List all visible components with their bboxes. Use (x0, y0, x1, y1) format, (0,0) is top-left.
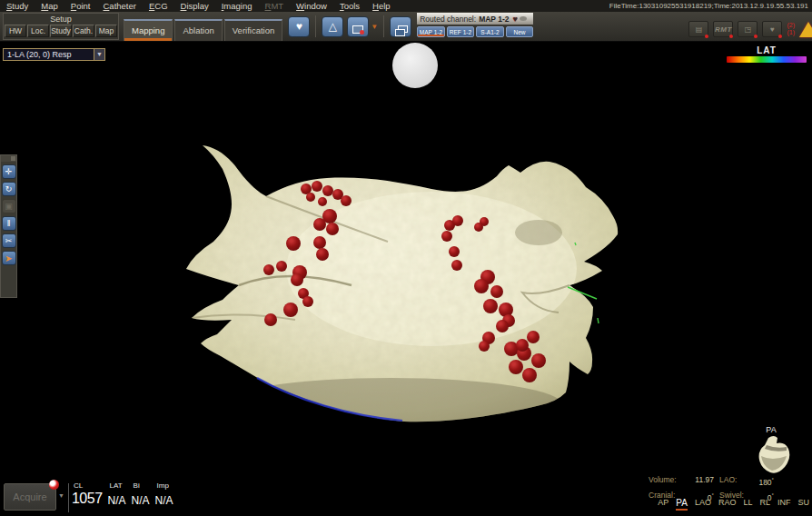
acquire-dropdown-arrow-icon[interactable]: ▼ (58, 492, 64, 516)
setup-button-loc[interactable]: Loc. (27, 25, 49, 37)
orientation-button-rl[interactable]: RL (759, 498, 770, 511)
ablation-point[interactable] (449, 246, 460, 257)
orientation-button-inf[interactable]: INF (777, 498, 791, 511)
ablation-point[interactable] (291, 273, 303, 286)
ablation-point[interactable] (313, 218, 326, 231)
ablation-point[interactable] (341, 195, 352, 206)
ablation-point[interactable] (522, 368, 537, 382)
ablation-point[interactable] (441, 231, 452, 242)
catheter-line (598, 318, 599, 323)
rmt-icon[interactable]: RMT (713, 21, 733, 37)
eraser-tool-icon[interactable]: ✂ (2, 233, 16, 248)
palette-header[interactable] (1, 155, 16, 162)
catheter-tool-icon[interactable]: ➤ (2, 251, 16, 265)
menu-item-display[interactable]: Display (174, 1, 215, 11)
pan-tool-icon[interactable]: ✛ (2, 164, 16, 179)
menu-item-window[interactable]: Window (290, 1, 333, 11)
menu-item-tools[interactable]: Tools (333, 1, 366, 11)
ablation-point[interactable] (312, 181, 322, 192)
menu-bar-items: StudyMapPointCatheterECGDisplayImagingRM… (0, 1, 397, 11)
setup-button-study[interactable]: Study (50, 25, 72, 37)
ablation-point[interactable] (316, 248, 329, 261)
orientation-button-rao[interactable]: RAO (718, 498, 737, 511)
ablation-point[interactable] (474, 223, 483, 232)
ablation-point[interactable] (286, 236, 301, 251)
ablation-point[interactable] (276, 261, 287, 272)
ablation-point[interactable] (326, 223, 339, 235)
snapshot-button[interactable] (347, 16, 369, 37)
orientation-button-su[interactable]: SU (797, 498, 809, 511)
ablation-point[interactable] (264, 313, 277, 326)
ablation-point[interactable] (452, 215, 463, 226)
heart-status-icon[interactable]: ♥ (762, 21, 782, 37)
ablation-point[interactable] (451, 260, 462, 271)
menu-item-point[interactable]: Point (64, 1, 97, 11)
ablation-point[interactable] (516, 339, 529, 352)
lat-color-gradient-bar[interactable] (727, 56, 807, 63)
measurement-lat: LATN/A (108, 481, 126, 516)
rotate-tool-icon[interactable]: ↻ (2, 182, 16, 196)
channel-button-ref1-2[interactable]: REF 1-2 (447, 26, 475, 37)
ablation-point[interactable] (306, 193, 315, 202)
orientation-button-lao[interactable]: LAO (695, 498, 711, 511)
orientation-button-ap[interactable]: AP (658, 498, 668, 511)
setup-button-hw[interactable]: HW (5, 25, 26, 37)
toolbar-separator (315, 15, 316, 37)
ablation-point[interactable] (483, 299, 498, 313)
windows-layout-button[interactable] (390, 16, 411, 37)
menu-item-map[interactable]: Map (35, 1, 64, 11)
measurement-label: Imp (155, 481, 173, 490)
ablation-point[interactable] (527, 331, 540, 343)
ablation-point[interactable] (509, 360, 523, 374)
tab-ablation[interactable]: Ablation (174, 19, 222, 41)
image-icon (352, 25, 363, 34)
ablation-point[interactable] (313, 236, 326, 249)
acquire-button[interactable]: Acquire (4, 483, 56, 511)
orientation-button-pa[interactable]: PA (676, 498, 688, 511)
channel-button-new[interactable]: New (506, 26, 534, 37)
sliders-tool-icon[interactable]: ‖ (2, 216, 16, 231)
ablation-point[interactable] (283, 303, 298, 317)
snapshot-dropdown-arrow-icon[interactable]: ▼ (371, 23, 378, 31)
orientation-button-ll[interactable]: LL (743, 498, 752, 511)
warning-triangle-icon[interactable] (799, 22, 812, 37)
chevron-down-icon[interactable]: ▼ (94, 49, 104, 60)
routed-heart-icon: ♥ (513, 15, 518, 24)
ablation-point[interactable] (302, 296, 313, 307)
tab-mapping[interactable]: Mapping (124, 19, 173, 41)
ablation-point[interactable] (496, 320, 509, 332)
map-viewport[interactable]: 1-LA (20, 0) Resp ▼ LAT ✛ ↻ ▣ ‖ ✂ ➤ (0, 42, 812, 516)
measurement-value: N/A (108, 494, 126, 507)
ablation-point[interactable] (322, 185, 333, 196)
acquisition-panel: Acquire ▼ CL1057LATN/ABiN/AImpN/A (0, 480, 209, 516)
ablation-point[interactable] (531, 353, 546, 368)
orientation-heart-icon[interactable] (756, 434, 792, 476)
printer-icon[interactable]: ◳ (738, 21, 758, 37)
menu-item-ecg[interactable]: ECG (143, 1, 174, 11)
heart-view-button[interactable]: ♥ (288, 16, 310, 37)
ablation-point[interactable] (474, 279, 489, 293)
catheter-line (575, 243, 576, 245)
ablation-point[interactable] (263, 264, 274, 275)
channel-button-map1-2[interactable]: MAP 1-2 (417, 26, 445, 37)
collapse-icon[interactable] (11, 156, 15, 161)
measurement-label: CL (72, 481, 103, 490)
menu-item-study[interactable]: Study (0, 1, 35, 11)
measurement-label: LAT (108, 481, 126, 490)
setup-button-cath[interactable]: Cath. (73, 25, 94, 37)
ablation-point[interactable] (318, 197, 327, 206)
tab-verification[interactable]: Verification (224, 19, 282, 41)
heart-model-3d[interactable] (159, 133, 640, 432)
keyboard-icon[interactable]: ▤ (688, 21, 708, 37)
setup-button-map[interactable]: Map (95, 25, 117, 37)
menu-item-imaging[interactable]: Imaging (215, 1, 259, 11)
channel-button-s-a1-2[interactable]: S-A1-2 (476, 26, 504, 37)
menu-item-help[interactable]: Help (366, 1, 397, 11)
menu-item-catheter[interactable]: Catheter (96, 1, 142, 11)
measurement-columns: CL1057LATN/ABiN/AImpN/A (72, 480, 179, 516)
mapping-cone-button[interactable]: △ (322, 16, 343, 37)
map-selector-dropdown[interactable]: 1-LA (20, 0) Resp ▼ (3, 48, 105, 61)
ablation-point[interactable] (479, 341, 490, 352)
ablation-point[interactable] (490, 285, 503, 298)
routed-channel-bar: Routed channel: MAP 1-2 ♥ (417, 13, 533, 25)
